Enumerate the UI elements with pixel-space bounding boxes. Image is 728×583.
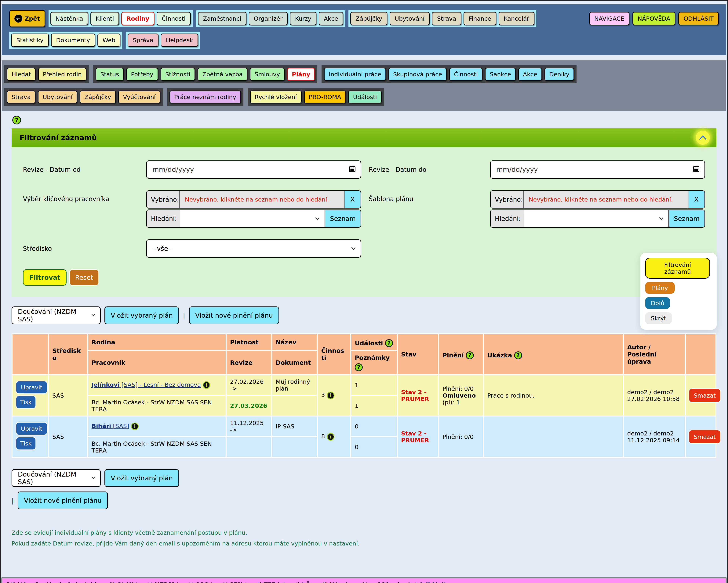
family-link[interactable]: Jelínkovi [SAS] - Lesní - Bez domova [92,381,201,388]
help-icon[interactable]: ? [12,116,21,124]
back-button[interactable]: ← Zpět [9,10,45,27]
nav-item-organizer[interactable]: Organizér [249,12,288,25]
delete-button[interactable]: Smazat [689,431,720,443]
info-icon[interactable]: i [327,392,334,399]
plan-template-select[interactable]: Doučování (NZDM SAS) [11,306,101,324]
nav-item-sprava[interactable]: Správa [128,33,158,47]
nav-item-web[interactable]: Web [98,33,121,47]
worker-search-input[interactable] [180,210,324,227]
subnav-individualni-prace[interactable]: Individuální práce [324,68,386,81]
page-help-row: ? [12,116,727,124]
nav-item-statistiky[interactable]: Statistiky [11,33,49,47]
date-from-label: Revize - Datum od [23,166,138,173]
nav-item-akce[interactable]: Akce [319,12,343,25]
info-icon[interactable]: i [203,381,210,389]
subnav-vyuctovani[interactable]: Vyúčtování [118,90,160,104]
navigace-button[interactable]: NAVIGACE [589,12,630,25]
subnav-stiznosti[interactable]: Stížnosti [161,68,195,81]
print-button[interactable]: Tisk [16,437,35,449]
nav-item-rodiny[interactable]: Rodiny [121,12,154,25]
quickmenu-skryt[interactable]: Skrýt [645,312,672,324]
insert-new-fulfillment-button[interactable]: Vložit nové plnění plánu [189,306,279,324]
subnav-cinnosti[interactable]: Činnosti [449,68,483,81]
insert-selected-plan-button[interactable]: Vložit vybraný plán [104,469,179,487]
subnav-udalosti[interactable]: Události [348,90,382,104]
edit-button[interactable]: Upravit [16,381,47,393]
ukazka-cell [484,417,623,457]
nav-item-zamestnanci[interactable]: Zaměstnanci [198,12,246,25]
nav-item-ubytovani[interactable]: Ubytování [390,12,430,25]
plneni-value: Plnění: 0/0 [442,385,479,392]
nav-item-nastenka[interactable]: Nástěnka [50,12,88,25]
calendar-icon[interactable] [692,165,700,174]
subnav-plany[interactable]: Plány [287,68,315,81]
dokument-cell [272,396,317,416]
logout-link[interactable]: Odhlásit [419,581,446,583]
template-search-input[interactable] [524,210,669,227]
help-icon[interactable]: ? [355,363,363,371]
subnav-potreby[interactable]: Potřeby [126,68,158,81]
subnav-smlouvy[interactable]: Smlouvy [250,68,285,81]
subnav-ubytovani[interactable]: Ubytování [38,90,77,104]
insert-selected-plan-button[interactable]: Vložit vybraný plán [104,306,179,324]
top-nav-bar: ← Zpět Nástěnka Klienti Rodiny Činnosti … [2,4,726,55]
nav-item-helpdesk[interactable]: Helpdesk [161,33,198,47]
filtrovat-button[interactable]: Filtrovat [23,269,67,286]
subnav-pro-roma[interactable]: PRO-ROMA [304,90,346,104]
nav-item-klienti[interactable]: Klienti [90,12,119,25]
napoveda-button[interactable]: NÁPOVĚDA [632,12,675,25]
subnav-deniky[interactable]: Deníky [545,68,574,81]
description-line-2: Pokud zadáte Datum revize, přijde Vám da… [11,538,727,549]
subnav-zpetna-vazba[interactable]: Zpětná vazba [198,68,248,81]
family-name: Jelínkovi [92,381,120,388]
worker-clear-button[interactable]: X [344,191,361,208]
worker-selected-value[interactable]: Nevybráno, klikněte na seznam nebo do hl… [180,191,344,208]
group-suffix: (psat) [175,581,196,583]
nav-item-kurzy[interactable]: Kurzy [290,12,316,25]
template-selected-value[interactable]: Nevybráno, klikněte na seznam nebo do hl… [524,191,688,208]
updated-value: 27.02.2026 10:58 [627,395,681,402]
plan-template-select[interactable]: Doučování (NZDM SAS) [11,469,101,487]
subnav-zapujcky[interactable]: Zápůjčky [80,90,115,104]
family-link[interactable]: Bihári [SAS] [92,422,129,429]
nav-item-finance[interactable]: Finance [464,12,496,25]
info-icon[interactable]: i [131,422,138,430]
worker-list-button[interactable]: Seznam [324,210,361,227]
subnav-status[interactable]: Status [96,68,124,81]
quickmenu-dolu[interactable]: Dolů [645,297,670,309]
print-button[interactable]: Tisk [16,396,35,408]
date-from-input[interactable] [146,161,361,178]
subnav-prehled-rodin[interactable]: Přehled rodin [38,68,86,81]
subnav-sankce[interactable]: Sankce [485,68,516,81]
subnav-akce[interactable]: Akce [518,68,542,81]
template-list-button[interactable]: Seznam [669,210,704,227]
calendar-icon[interactable] [348,165,356,174]
nav-item-dokumenty[interactable]: Dokumenty [51,33,95,47]
subnav-skupinova-prace[interactable]: Skupinová práce [388,68,447,81]
subnav-prace-neznam-rodiny[interactable]: Práce neznám rodiny [170,90,241,104]
edit-button[interactable]: Upravit [16,422,47,435]
info-icon[interactable]: i [327,433,334,441]
help-icon[interactable]: ? [466,351,474,359]
nav-item-cinnosti[interactable]: Činnosti [157,12,190,25]
nav-item-kancelar[interactable]: Kancelář [499,12,535,25]
subnav-hledat[interactable]: Hledat [7,68,36,81]
nav-item-strava[interactable]: Strava [432,12,461,25]
quickmenu-plany[interactable]: Plány [645,282,675,294]
odhlasit-button[interactable]: ODHLÁSIT [678,12,719,25]
insert-new-fulfillment-button[interactable]: Vložit nové plnění plánu [18,492,108,509]
help-icon[interactable]: ? [514,351,522,359]
quickmenu-filtrovani-zaznamu[interactable]: Filtrování záznamů [645,258,710,279]
subnav-strava[interactable]: Strava [7,90,35,104]
date-to-input[interactable] [490,161,705,178]
template-clear-button[interactable]: X [688,191,704,208]
delete-button[interactable]: Smazat [689,389,720,402]
nav-item-zapujcky[interactable]: Zápůjčky [350,12,387,25]
stredisko-select[interactable]: --vše-- [146,240,361,258]
collapse-filter-button[interactable] [696,131,710,145]
subnav-group-search: Hledat Přehled rodin [4,65,89,83]
subnav-rychle-vlozeni[interactable]: Rychlé vložení [250,90,302,104]
reset-button[interactable]: Reset [69,269,99,286]
header-ukazka-label: Ukázka [487,352,512,359]
help-icon[interactable]: ? [385,339,393,347]
